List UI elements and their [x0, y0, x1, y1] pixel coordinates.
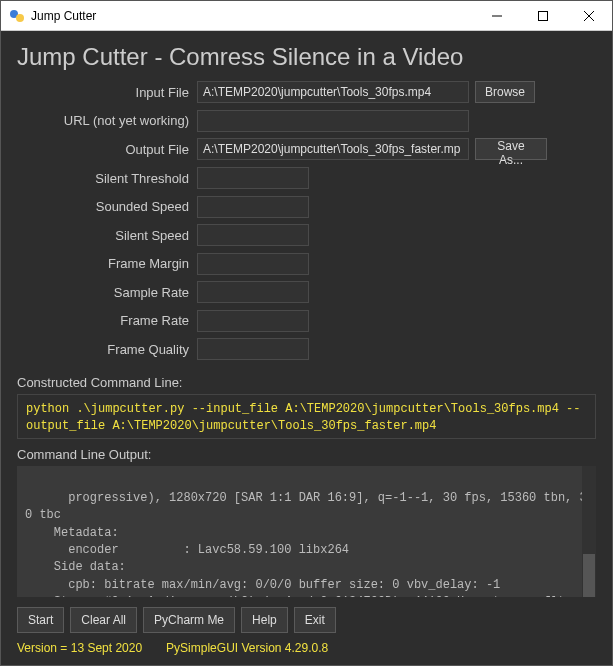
- footer: Version = 13 Sept 2020 PySimpleGUI Versi…: [17, 641, 596, 655]
- save-as-button[interactable]: Save As...: [475, 138, 547, 160]
- output-text: progressive), 1280x720 [SAR 1:1 DAR 16:9…: [25, 491, 587, 597]
- label-sample-rate: Sample Rate: [17, 285, 197, 300]
- help-button[interactable]: Help: [241, 607, 288, 633]
- page-title: Jump Cutter - Comress Silence in a Video: [17, 43, 596, 71]
- frame-quality-field[interactable]: [197, 338, 309, 360]
- button-row: Start Clear All PyCharm Me Help Exit: [17, 607, 596, 633]
- constructed-command-box: python .\jumpcutter.py --input_file A:\T…: [17, 394, 596, 440]
- frame-rate-field[interactable]: [197, 310, 309, 332]
- clear-all-button[interactable]: Clear All: [70, 607, 137, 633]
- close-button[interactable]: [566, 1, 612, 31]
- output-box: progressive), 1280x720 [SAR 1:1 DAR 16:9…: [17, 466, 596, 597]
- label-sounded-speed: Sounded Speed: [17, 199, 197, 214]
- svg-point-1: [16, 14, 24, 22]
- output-file-field[interactable]: [197, 138, 469, 160]
- window-title: Jump Cutter: [31, 9, 96, 23]
- silent-threshold-field[interactable]: [197, 167, 309, 189]
- sample-rate-field[interactable]: [197, 281, 309, 303]
- start-button[interactable]: Start: [17, 607, 64, 633]
- label-frame-rate: Frame Rate: [17, 313, 197, 328]
- output-scrollbar[interactable]: [582, 466, 596, 597]
- input-file-field[interactable]: [197, 81, 469, 103]
- label-silent-speed: Silent Speed: [17, 228, 197, 243]
- label-constructed-cmd: Constructed Command Line:: [17, 375, 596, 390]
- sounded-speed-field[interactable]: [197, 196, 309, 218]
- app-window: Jump Cutter Jump Cutter - Comress Silenc…: [0, 0, 613, 666]
- content-area: Jump Cutter - Comress Silence in a Video…: [1, 31, 612, 665]
- label-input-file: Input File: [17, 85, 197, 100]
- label-frame-margin: Frame Margin: [17, 256, 197, 271]
- footer-version: Version = 13 Sept 2020: [17, 641, 142, 655]
- minimize-button[interactable]: [474, 1, 520, 31]
- url-field[interactable]: [197, 110, 469, 132]
- silent-speed-field[interactable]: [197, 224, 309, 246]
- label-silent-threshold: Silent Threshold: [17, 171, 197, 186]
- app-icon: [9, 8, 25, 24]
- label-output-file: Output File: [17, 142, 197, 157]
- frame-margin-field[interactable]: [197, 253, 309, 275]
- footer-psg-version: PySimpleGUI Version 4.29.0.8: [166, 641, 328, 655]
- label-frame-quality: Frame Quality: [17, 342, 197, 357]
- label-output: Command Line Output:: [17, 447, 596, 462]
- exit-button[interactable]: Exit: [294, 607, 336, 633]
- label-url: URL (not yet working): [17, 113, 197, 128]
- titlebar: Jump Cutter: [1, 1, 612, 31]
- output-scrollthumb[interactable]: [583, 554, 595, 597]
- maximize-button[interactable]: [520, 1, 566, 31]
- pycharm-button[interactable]: PyCharm Me: [143, 607, 235, 633]
- svg-rect-3: [539, 11, 548, 20]
- browse-button[interactable]: Browse: [475, 81, 535, 103]
